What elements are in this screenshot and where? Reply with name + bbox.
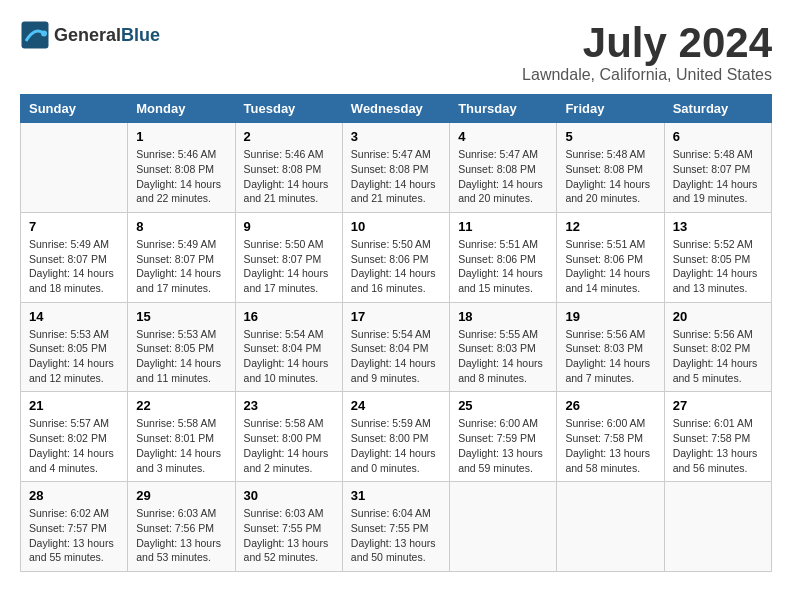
day-detail: Sunrise: 5:54 AM Sunset: 8:04 PM Dayligh… — [351, 327, 441, 386]
day-detail: Sunrise: 6:04 AM Sunset: 7:55 PM Dayligh… — [351, 506, 441, 565]
day-number: 20 — [673, 309, 763, 324]
day-detail: Sunrise: 5:49 AM Sunset: 8:07 PM Dayligh… — [29, 237, 119, 296]
day-of-week-header: Thursday — [450, 95, 557, 123]
calendar-cell: 5Sunrise: 5:48 AM Sunset: 8:08 PM Daylig… — [557, 123, 664, 213]
day-number: 24 — [351, 398, 441, 413]
calendar-cell: 4Sunrise: 5:47 AM Sunset: 8:08 PM Daylig… — [450, 123, 557, 213]
day-detail: Sunrise: 6:03 AM Sunset: 7:56 PM Dayligh… — [136, 506, 226, 565]
day-detail: Sunrise: 5:49 AM Sunset: 8:07 PM Dayligh… — [136, 237, 226, 296]
calendar-cell: 26Sunrise: 6:00 AM Sunset: 7:58 PM Dayli… — [557, 392, 664, 482]
calendar-cell — [450, 482, 557, 572]
day-number: 31 — [351, 488, 441, 503]
calendar-week-row: 21Sunrise: 5:57 AM Sunset: 8:02 PM Dayli… — [21, 392, 772, 482]
day-of-week-header: Wednesday — [342, 95, 449, 123]
calendar-cell: 9Sunrise: 5:50 AM Sunset: 8:07 PM Daylig… — [235, 212, 342, 302]
day-detail: Sunrise: 5:47 AM Sunset: 8:08 PM Dayligh… — [458, 147, 548, 206]
calendar-cell: 16Sunrise: 5:54 AM Sunset: 8:04 PM Dayli… — [235, 302, 342, 392]
day-number: 28 — [29, 488, 119, 503]
day-number: 1 — [136, 129, 226, 144]
day-number: 16 — [244, 309, 334, 324]
calendar-body: 1Sunrise: 5:46 AM Sunset: 8:08 PM Daylig… — [21, 123, 772, 572]
calendar-table: SundayMondayTuesdayWednesdayThursdayFrid… — [20, 94, 772, 572]
calendar-cell: 27Sunrise: 6:01 AM Sunset: 7:58 PM Dayli… — [664, 392, 771, 482]
day-number: 21 — [29, 398, 119, 413]
calendar-cell: 17Sunrise: 5:54 AM Sunset: 8:04 PM Dayli… — [342, 302, 449, 392]
logo-icon — [20, 20, 50, 50]
day-number: 14 — [29, 309, 119, 324]
location-title: Lawndale, California, United States — [522, 66, 772, 84]
day-detail: Sunrise: 5:58 AM Sunset: 8:00 PM Dayligh… — [244, 416, 334, 475]
calendar-cell: 8Sunrise: 5:49 AM Sunset: 8:07 PM Daylig… — [128, 212, 235, 302]
day-of-week-header: Friday — [557, 95, 664, 123]
calendar-cell: 23Sunrise: 5:58 AM Sunset: 8:00 PM Dayli… — [235, 392, 342, 482]
calendar-cell: 21Sunrise: 5:57 AM Sunset: 8:02 PM Dayli… — [21, 392, 128, 482]
day-number: 26 — [565, 398, 655, 413]
calendar-cell: 2Sunrise: 5:46 AM Sunset: 8:08 PM Daylig… — [235, 123, 342, 213]
calendar-cell: 7Sunrise: 5:49 AM Sunset: 8:07 PM Daylig… — [21, 212, 128, 302]
day-detail: Sunrise: 5:46 AM Sunset: 8:08 PM Dayligh… — [244, 147, 334, 206]
day-number: 12 — [565, 219, 655, 234]
calendar-cell — [557, 482, 664, 572]
calendar-cell: 6Sunrise: 5:48 AM Sunset: 8:07 PM Daylig… — [664, 123, 771, 213]
day-detail: Sunrise: 5:46 AM Sunset: 8:08 PM Dayligh… — [136, 147, 226, 206]
day-number: 8 — [136, 219, 226, 234]
day-number: 19 — [565, 309, 655, 324]
calendar-cell: 3Sunrise: 5:47 AM Sunset: 8:08 PM Daylig… — [342, 123, 449, 213]
day-number: 3 — [351, 129, 441, 144]
day-detail: Sunrise: 6:03 AM Sunset: 7:55 PM Dayligh… — [244, 506, 334, 565]
day-number: 11 — [458, 219, 548, 234]
calendar-cell: 1Sunrise: 5:46 AM Sunset: 8:08 PM Daylig… — [128, 123, 235, 213]
day-detail: Sunrise: 5:52 AM Sunset: 8:05 PM Dayligh… — [673, 237, 763, 296]
day-detail: Sunrise: 5:51 AM Sunset: 8:06 PM Dayligh… — [458, 237, 548, 296]
day-detail: Sunrise: 5:50 AM Sunset: 8:07 PM Dayligh… — [244, 237, 334, 296]
calendar-week-row: 28Sunrise: 6:02 AM Sunset: 7:57 PM Dayli… — [21, 482, 772, 572]
day-of-week-header: Saturday — [664, 95, 771, 123]
day-detail: Sunrise: 5:53 AM Sunset: 8:05 PM Dayligh… — [29, 327, 119, 386]
calendar-cell: 15Sunrise: 5:53 AM Sunset: 8:05 PM Dayli… — [128, 302, 235, 392]
day-detail: Sunrise: 5:47 AM Sunset: 8:08 PM Dayligh… — [351, 147, 441, 206]
day-detail: Sunrise: 6:01 AM Sunset: 7:58 PM Dayligh… — [673, 416, 763, 475]
calendar-cell: 30Sunrise: 6:03 AM Sunset: 7:55 PM Dayli… — [235, 482, 342, 572]
calendar-cell: 28Sunrise: 6:02 AM Sunset: 7:57 PM Dayli… — [21, 482, 128, 572]
day-number: 30 — [244, 488, 334, 503]
title-block: July 2024 Lawndale, California, United S… — [522, 20, 772, 84]
day-detail: Sunrise: 5:54 AM Sunset: 8:04 PM Dayligh… — [244, 327, 334, 386]
day-detail: Sunrise: 5:51 AM Sunset: 8:06 PM Dayligh… — [565, 237, 655, 296]
calendar-cell — [21, 123, 128, 213]
calendar-cell: 13Sunrise: 5:52 AM Sunset: 8:05 PM Dayli… — [664, 212, 771, 302]
day-number: 10 — [351, 219, 441, 234]
day-number: 2 — [244, 129, 334, 144]
calendar-week-row: 1Sunrise: 5:46 AM Sunset: 8:08 PM Daylig… — [21, 123, 772, 213]
calendar-cell: 18Sunrise: 5:55 AM Sunset: 8:03 PM Dayli… — [450, 302, 557, 392]
calendar-week-row: 14Sunrise: 5:53 AM Sunset: 8:05 PM Dayli… — [21, 302, 772, 392]
logo: General Blue — [20, 20, 160, 50]
calendar-cell: 19Sunrise: 5:56 AM Sunset: 8:03 PM Dayli… — [557, 302, 664, 392]
day-of-week-header: Tuesday — [235, 95, 342, 123]
day-number: 7 — [29, 219, 119, 234]
calendar-cell: 25Sunrise: 6:00 AM Sunset: 7:59 PM Dayli… — [450, 392, 557, 482]
day-number: 22 — [136, 398, 226, 413]
day-number: 9 — [244, 219, 334, 234]
day-number: 4 — [458, 129, 548, 144]
calendar-cell: 31Sunrise: 6:04 AM Sunset: 7:55 PM Dayli… — [342, 482, 449, 572]
day-number: 6 — [673, 129, 763, 144]
day-number: 15 — [136, 309, 226, 324]
day-number: 13 — [673, 219, 763, 234]
calendar-cell: 22Sunrise: 5:58 AM Sunset: 8:01 PM Dayli… — [128, 392, 235, 482]
day-detail: Sunrise: 5:53 AM Sunset: 8:05 PM Dayligh… — [136, 327, 226, 386]
calendar-cell: 11Sunrise: 5:51 AM Sunset: 8:06 PM Dayli… — [450, 212, 557, 302]
day-detail: Sunrise: 6:00 AM Sunset: 7:58 PM Dayligh… — [565, 416, 655, 475]
calendar-week-row: 7Sunrise: 5:49 AM Sunset: 8:07 PM Daylig… — [21, 212, 772, 302]
month-title: July 2024 — [522, 20, 772, 66]
day-detail: Sunrise: 6:02 AM Sunset: 7:57 PM Dayligh… — [29, 506, 119, 565]
calendar-cell: 24Sunrise: 5:59 AM Sunset: 8:00 PM Dayli… — [342, 392, 449, 482]
day-number: 17 — [351, 309, 441, 324]
day-detail: Sunrise: 5:55 AM Sunset: 8:03 PM Dayligh… — [458, 327, 548, 386]
logo-text-blue: Blue — [121, 25, 160, 46]
day-detail: Sunrise: 5:57 AM Sunset: 8:02 PM Dayligh… — [29, 416, 119, 475]
day-detail: Sunrise: 5:59 AM Sunset: 8:00 PM Dayligh… — [351, 416, 441, 475]
day-detail: Sunrise: 6:00 AM Sunset: 7:59 PM Dayligh… — [458, 416, 548, 475]
day-number: 18 — [458, 309, 548, 324]
day-detail: Sunrise: 5:58 AM Sunset: 8:01 PM Dayligh… — [136, 416, 226, 475]
day-detail: Sunrise: 5:56 AM Sunset: 8:03 PM Dayligh… — [565, 327, 655, 386]
